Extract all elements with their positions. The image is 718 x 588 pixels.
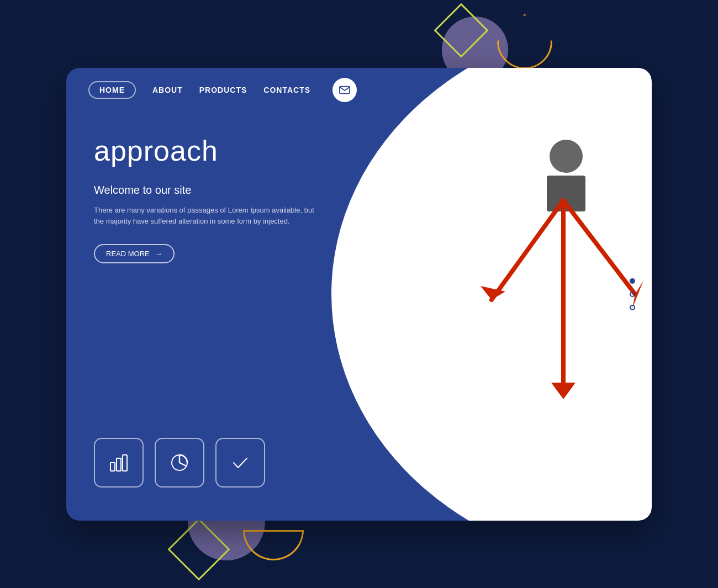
hero-subtitle: Welcome to our site (94, 184, 326, 197)
pagination-dots (630, 278, 635, 310)
feature-icons-row (94, 438, 265, 488)
pagination-dot-2[interactable] (630, 292, 635, 297)
email-icon (339, 86, 350, 94)
pagination-dot-1[interactable] (630, 278, 635, 284)
svg-rect-2 (110, 463, 115, 471)
svg-line-6 (492, 200, 563, 300)
svg-point-1 (578, 87, 581, 90)
decorative-arc-top (497, 14, 552, 69)
svg-line-8 (563, 200, 635, 294)
read-more-button[interactable]: READ MORE → (94, 244, 175, 263)
decorative-arc-bottom (243, 530, 304, 560)
arrows-svg (469, 167, 652, 410)
nav-about[interactable]: ABOUT (152, 86, 183, 94)
nav-contacts[interactable]: CONTACTS (263, 86, 310, 94)
read-more-label: READ MORE (106, 250, 150, 258)
nav-products[interactable]: PRODUCTS (199, 86, 247, 94)
bar-chart-button[interactable] (94, 438, 144, 488)
pie-chart-icon (168, 452, 191, 474)
arrow-icon: → (155, 250, 162, 258)
login-button[interactable]: LOGIN (561, 80, 630, 100)
user-icon (575, 86, 584, 94)
checkmark-icon (229, 452, 251, 474)
svg-rect-4 (123, 455, 127, 471)
bar-chart-icon (108, 452, 130, 474)
hero-body-text: There are many variations of passages of… (94, 205, 326, 228)
email-button[interactable] (332, 78, 357, 102)
login-label: LOGIN (588, 86, 615, 94)
main-card: HOME ABOUT PRODUCTS CONTACTS LOGIN appro… (66, 68, 652, 521)
pagination-dot-3[interactable] (630, 305, 635, 310)
nav-home[interactable]: HOME (88, 81, 136, 99)
decorative-diamond-bottom (167, 518, 230, 580)
checkmark-button[interactable] (215, 438, 265, 488)
navbar: HOME ABOUT PRODUCTS CONTACTS LOGIN (66, 68, 652, 112)
hero-title: approach (94, 134, 326, 167)
svg-rect-3 (117, 458, 121, 471)
pie-chart-button[interactable] (155, 438, 204, 488)
person-illustration (547, 140, 585, 211)
svg-marker-11 (551, 383, 576, 399)
hero-content: approach Welcome to our site There are m… (94, 134, 326, 264)
decorative-diamond-top (434, 3, 489, 58)
